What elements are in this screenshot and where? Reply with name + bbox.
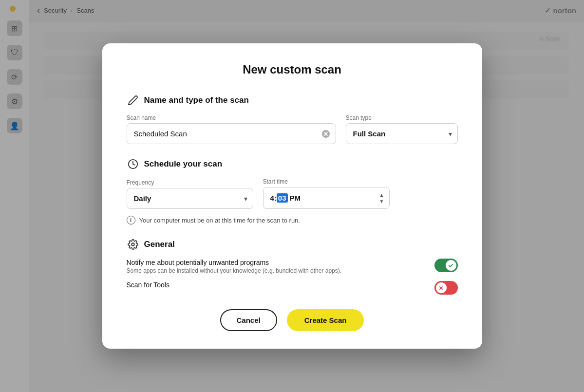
- time-ampm: PM: [290, 194, 301, 202]
- time-spinners: ▲ ▼: [378, 192, 386, 204]
- time-input-wrapper[interactable]: 4:03PM ▲ ▼: [263, 187, 390, 209]
- time-hours: 4:: [270, 194, 277, 202]
- modal-overlay: New custom scan Name and type of the sca…: [0, 0, 584, 392]
- section-schedule: Schedule your scan Frequency Daily Weekl…: [127, 158, 458, 224]
- toggle-row-tools: Scan for Tools: [127, 281, 458, 295]
- modal-footer: Cancel Create Scan: [127, 309, 458, 331]
- scan-name-label: Scan name: [127, 114, 336, 121]
- toggle1-sublabel: Some apps can be installed without your …: [127, 267, 427, 274]
- scan-name-input-wrapper: [127, 123, 336, 144]
- time-decrement-button[interactable]: ▼: [378, 198, 386, 204]
- section1-header: Name and type of the scan: [127, 94, 458, 107]
- frequency-select-wrapper: Daily Weekly Monthly ▾: [127, 188, 253, 209]
- create-scan-button[interactable]: Create Scan: [287, 309, 364, 331]
- section3-header: General: [127, 238, 458, 251]
- time-minutes[interactable]: 03: [277, 193, 288, 203]
- scan-type-group: Scan type Full Scan Quick Scan Custom Sc…: [346, 114, 458, 144]
- start-time-group: Start time 4:03PM ▲ ▼: [263, 178, 390, 209]
- cancel-button[interactable]: Cancel: [220, 309, 277, 331]
- gear-icon: [127, 238, 139, 251]
- toggle1-text: Notify me about potentially unwanted pro…: [127, 259, 427, 274]
- section2-header: Schedule your scan: [127, 158, 458, 170]
- frequency-select[interactable]: Daily Weekly Monthly: [127, 188, 253, 209]
- clear-scan-name-button[interactable]: [321, 130, 330, 138]
- toggle-tools[interactable]: [434, 281, 458, 295]
- info-note-text: Your computer must be on at this time fo…: [139, 217, 300, 224]
- section2-title: Schedule your scan: [144, 159, 223, 169]
- clock-icon: [127, 158, 139, 170]
- toggle1-label: Notify me about potentially unwanted pro…: [127, 259, 427, 266]
- info-note: i Your computer must be on at this time …: [127, 216, 458, 224]
- frequency-group: Frequency Daily Weekly Monthly ▾: [127, 179, 253, 209]
- toggle-pup[interactable]: [434, 259, 458, 272]
- scan-type-label: Scan type: [346, 114, 458, 121]
- toggle2-thumb: [436, 282, 447, 293]
- time-increment-button[interactable]: ▲: [378, 192, 386, 198]
- modal-title: New custom scan: [127, 63, 458, 76]
- start-time-label: Start time: [263, 178, 390, 185]
- scan-name-input[interactable]: [127, 123, 336, 144]
- section1-title: Name and type of the scan: [144, 95, 249, 105]
- toggle1-thumb: [446, 260, 456, 271]
- toggle-row-pup: Notify me about potentially unwanted pro…: [127, 259, 458, 274]
- schedule-row: Frequency Daily Weekly Monthly ▾ Start t…: [127, 178, 458, 209]
- scan-type-select[interactable]: Full Scan Quick Scan Custom Scan: [346, 123, 458, 144]
- scan-name-group: Scan name: [127, 114, 336, 144]
- frequency-label: Frequency: [127, 179, 253, 186]
- scan-name-type-row: Scan name Scan type: [127, 114, 458, 144]
- toggle2-label: Scan for Tools: [127, 281, 427, 289]
- section-general: General Notify me about potentially unwa…: [127, 238, 458, 295]
- scan-type-select-wrapper: Full Scan Quick Scan Custom Scan ▾: [346, 123, 458, 144]
- toggle2-text: Scan for Tools: [127, 281, 427, 289]
- info-icon: i: [127, 216, 135, 224]
- time-display[interactable]: 4:03PM: [263, 187, 390, 209]
- section3-title: General: [144, 240, 175, 249]
- section-name-type: Name and type of the scan Scan name: [127, 94, 458, 144]
- svg-point-2: [132, 243, 134, 246]
- pencil-icon: [127, 94, 139, 107]
- modal-dialog: New custom scan Name and type of the sca…: [102, 43, 482, 349]
